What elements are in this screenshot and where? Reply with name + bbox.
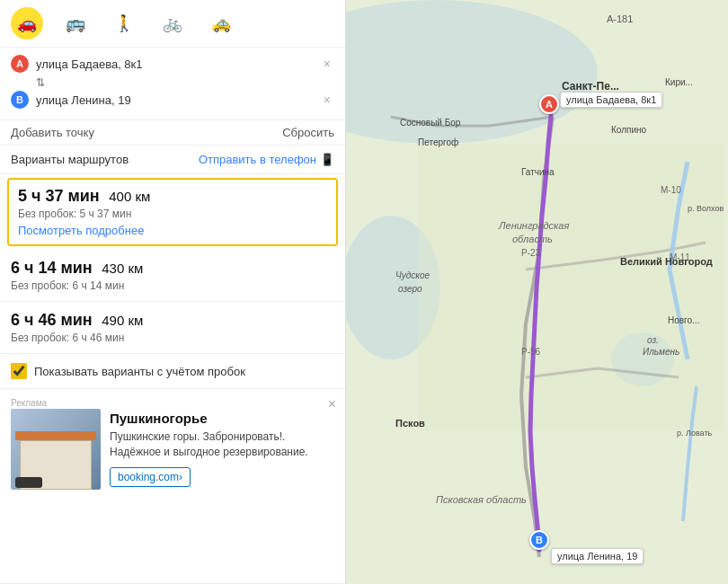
point-a-row: A × xyxy=(11,55,334,73)
callout-a-text: улица Бадаева, 8к1 xyxy=(566,94,656,105)
svg-text:р. Волхов: р. Волхов xyxy=(688,204,724,213)
route-option-1[interactable]: 5 ч 37 мин 400 км Без пробок: 5 ч 37 мин… xyxy=(7,178,338,246)
routes-label: Варианты маршрутов xyxy=(11,153,129,166)
reset-link[interactable]: Сбросить xyxy=(282,126,334,139)
svg-text:оз.: оз. xyxy=(647,335,659,345)
ad-booking-link[interactable]: booking.com › xyxy=(110,467,191,487)
route-1-dist: 400 км xyxy=(109,189,150,204)
svg-text:Колпино: Колпино xyxy=(611,125,647,135)
ad-booking-arrow: › xyxy=(179,471,182,483)
marker-b-circle: B xyxy=(529,530,549,550)
route-1-time-dist: 5 ч 37 мин 400 км xyxy=(18,187,327,206)
callout-b-text: улица Ленина, 19 xyxy=(557,551,637,562)
svg-text:М-10: М-10 xyxy=(661,185,681,195)
svg-text:Псков: Псков xyxy=(395,418,425,429)
svg-text:Гатчина: Гатчина xyxy=(521,167,555,177)
left-panel: 🚗 🚌 🚶 🚲 🚕 A × ⇅ B × Добавить точку Сброс… xyxy=(0,0,346,584)
send-phone-label: Отправить в телефон xyxy=(199,153,316,166)
marker-b[interactable]: B xyxy=(529,530,549,550)
ad-title: Пушкиногорье xyxy=(110,411,334,426)
route-1-detail-link[interactable]: Посмотреть подробнее xyxy=(18,224,327,237)
svg-text:Р-56: Р-56 xyxy=(521,347,541,357)
svg-text:Сосновый Бор: Сосновый Бор xyxy=(400,118,461,128)
transport-bike[interactable]: 🚲 xyxy=(156,7,189,40)
route-3-sub: Без пробок: 6 ч 46 мин xyxy=(11,332,334,344)
route-2-time: 6 ч 14 мин xyxy=(11,259,93,277)
route-option-3[interactable]: 6 ч 46 мин 490 км Без пробок: 6 ч 46 мин xyxy=(0,302,345,354)
point-b-marker: B xyxy=(11,91,29,109)
ad-booking-label: booking.com xyxy=(118,471,179,483)
send-phone-button[interactable]: Отправить в телефон 📱 xyxy=(199,153,334,166)
swap-arrows[interactable]: ⇅ xyxy=(36,76,334,89)
transport-bar: 🚗 🚌 🚶 🚲 🚕 xyxy=(0,0,345,48)
point-b-row: B × xyxy=(11,91,334,109)
action-row: Добавить точку Сбросить xyxy=(0,120,345,146)
svg-text:Петергоф: Петергоф xyxy=(418,137,458,147)
route-option-2[interactable]: 6 ч 14 мин 430 км Без пробок: 6 ч 14 мин xyxy=(0,250,345,302)
ad-image xyxy=(11,409,101,490)
route-2-dist: 430 км xyxy=(102,261,143,276)
point-a-marker: A xyxy=(11,55,29,73)
svg-text:область: область xyxy=(512,234,553,244)
add-point-link[interactable]: Добавить точку xyxy=(11,126,94,139)
point-b-clear[interactable]: × xyxy=(320,93,334,107)
traffic-label: Показывать варианты с учётом пробок xyxy=(34,365,245,378)
ad-banner: Реклама × Пушкиногорье Пушкинские горы. … xyxy=(0,389,345,584)
ad-close-button[interactable]: × xyxy=(328,396,336,412)
transport-walk[interactable]: 🚶 xyxy=(108,7,140,40)
point-a-clear[interactable]: × xyxy=(320,57,334,71)
callout-a: улица Бадаева, 8к1 xyxy=(560,92,662,108)
svg-text:Псковская область: Псковская область xyxy=(436,494,527,505)
transport-car[interactable]: 🚗 xyxy=(11,7,43,40)
callout-b: улица Ленина, 19 xyxy=(551,548,644,564)
ad-image-bg xyxy=(11,409,101,490)
route-1-time: 5 ч 37 мин xyxy=(18,187,100,205)
route-3-time: 6 ч 46 мин xyxy=(11,311,93,329)
route-inputs: A × ⇅ B × xyxy=(0,48,345,120)
ad-label: Реклама xyxy=(11,398,47,408)
marker-a-circle: A xyxy=(539,94,559,114)
point-b-input[interactable] xyxy=(36,93,320,107)
svg-text:Новго...: Новго... xyxy=(668,315,699,325)
svg-text:Р-23: Р-23 xyxy=(521,248,541,258)
svg-text:р. Ловать: р. Ловать xyxy=(677,429,713,438)
svg-text:Санкт-Пе...: Санкт-Пе... xyxy=(562,80,619,93)
route-2-time-dist: 6 ч 14 мин 430 км xyxy=(11,259,334,278)
route-2-sub: Без пробок: 6 ч 14 мин xyxy=(11,279,334,292)
routes-header: Варианты маршрутов Отправить в телефон 📱 xyxy=(0,146,345,174)
route-1-sub: Без пробок: 5 ч 37 мин xyxy=(18,208,327,220)
ad-building-roof xyxy=(15,431,96,440)
svg-text:Кири...: Кири... xyxy=(665,77,693,87)
ad-content: Пушкиногорье Пушкинские горы. Заброниров… xyxy=(110,411,334,574)
ad-car xyxy=(15,477,42,488)
svg-text:Великий Новгород: Великий Новгород xyxy=(620,256,713,267)
transport-taxi[interactable]: 🚕 xyxy=(205,7,237,40)
transport-bus[interactable]: 🚌 xyxy=(59,7,92,40)
svg-text:А-181: А-181 xyxy=(607,13,633,24)
svg-text:Ленинградская: Ленинградская xyxy=(498,220,569,231)
map-svg: А-181 Р-23 Р-56 М-10 М-11 Санкт-Пе... Со… xyxy=(346,0,728,584)
svg-text:озеро: озеро xyxy=(398,284,422,294)
svg-text:Ильмень: Ильмень xyxy=(643,347,679,357)
traffic-row: Показывать варианты с учётом пробок xyxy=(0,354,345,389)
ad-text: Пушкинские горы. Забронировать!. Надёжно… xyxy=(110,429,334,460)
route-3-time-dist: 6 ч 46 мин 490 км xyxy=(11,311,334,330)
route-3-dist: 490 км xyxy=(102,313,143,328)
traffic-checkbox[interactable] xyxy=(11,363,27,379)
point-a-input[interactable] xyxy=(36,58,320,71)
send-phone-icon: 📱 xyxy=(320,153,334,166)
map-area[interactable]: А-181 Р-23 Р-56 М-10 М-11 Санкт-Пе... Со… xyxy=(346,0,728,584)
svg-text:Чудское: Чудское xyxy=(395,270,431,280)
